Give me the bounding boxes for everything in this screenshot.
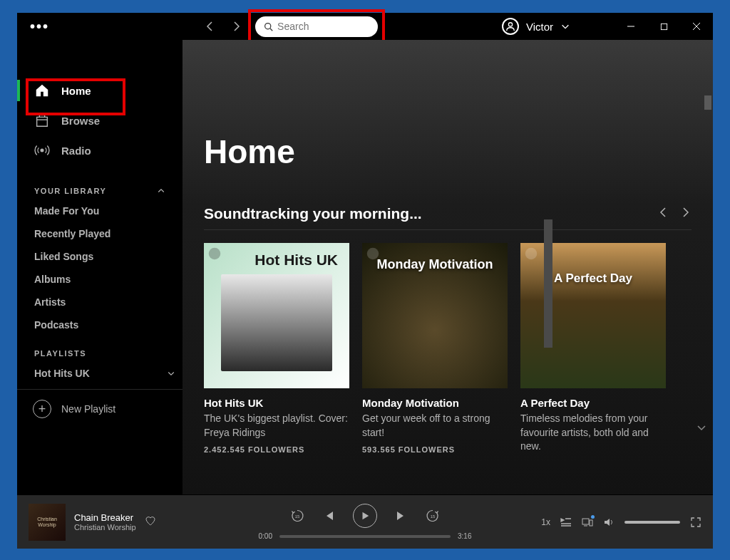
minimize-icon — [627, 22, 635, 31]
chevron-left-icon — [204, 21, 215, 32]
svg-rect-14 — [590, 520, 592, 526]
avatar-icon — [502, 18, 519, 35]
scroll-down-hint[interactable] — [696, 422, 707, 436]
card-title: Hot Hits UK — [204, 397, 349, 409]
svg-text:15: 15 — [431, 514, 435, 519]
nav-forward-button[interactable] — [228, 18, 245, 35]
playlist-art: Monday Motivation — [362, 243, 508, 388]
home-icon — [34, 83, 50, 98]
close-icon — [692, 22, 701, 31]
playback-speed[interactable]: 1x — [541, 517, 550, 527]
chevron-down-icon — [696, 422, 707, 433]
library-item-albums[interactable]: Albums — [17, 268, 182, 291]
previous-button[interactable] — [323, 510, 334, 522]
browse-icon — [34, 113, 50, 128]
new-playlist-label: New Playlist — [61, 403, 115, 415]
elapsed-time: 0:00 — [259, 532, 272, 540]
player-bar: Christian Worship Chain Breaker Christia… — [17, 494, 713, 549]
svg-rect-13 — [582, 519, 589, 524]
forward-15-button[interactable]: 15 — [426, 509, 440, 523]
sidebar: Home Browse Radio YOUR LIBRARY Made For … — [17, 40, 182, 494]
library-item-recentlyplayed[interactable]: Recently Played — [17, 222, 182, 245]
fullscreen-button[interactable] — [690, 517, 701, 528]
card-followers: 2.452.545 FOLLOWERS — [204, 445, 349, 454]
carousel-prev-button[interactable] — [657, 207, 669, 221]
sidebar-item-radio[interactable]: Radio — [17, 135, 182, 165]
track-title[interactable]: Chain Breaker — [74, 512, 136, 523]
close-button[interactable] — [680, 15, 713, 38]
sidebar-item-home[interactable]: Home — [17, 76, 182, 105]
spotify-icon — [208, 247, 221, 260]
svg-point-7 — [41, 149, 43, 152]
page-title: Home — [204, 133, 692, 171]
titlebar: ••• Victor — [17, 13, 713, 40]
heart-icon — [145, 515, 156, 527]
play-button[interactable] — [353, 504, 377, 528]
devices-button[interactable] — [582, 517, 593, 528]
sidebar-item-label: Browse — [61, 115, 100, 127]
user-menu[interactable]: Victor — [502, 18, 570, 35]
like-button[interactable] — [145, 515, 156, 529]
plus-icon: + — [33, 400, 51, 418]
volume-button[interactable] — [603, 517, 615, 528]
queue-button[interactable] — [560, 517, 572, 528]
next-icon — [396, 510, 407, 522]
minimize-button[interactable] — [615, 15, 647, 38]
sidebar-scrollbar[interactable] — [544, 219, 552, 348]
play-icon — [360, 511, 370, 521]
radio-icon — [34, 142, 50, 158]
playlist-art: A Perfect Day — [520, 243, 666, 388]
search-icon — [264, 21, 273, 32]
chevron-up-icon[interactable] — [157, 187, 165, 195]
search-input[interactable] — [277, 21, 369, 32]
app-menu-dots[interactable]: ••• — [30, 19, 49, 35]
next-button[interactable] — [396, 510, 407, 522]
new-playlist-button[interactable]: + New Playlist — [17, 389, 182, 428]
track-artist[interactable]: Christian Worship — [74, 523, 136, 532]
progress-bar[interactable] — [279, 535, 451, 538]
carousel-next-button[interactable] — [680, 207, 692, 221]
card-followers: 593.565 FOLLOWERS — [362, 445, 508, 454]
library-header: YOUR LIBRARY — [17, 174, 182, 199]
volume-slider[interactable] — [624, 521, 680, 524]
chevron-right-icon — [680, 207, 692, 218]
scrollbar-thumb[interactable] — [704, 95, 711, 110]
playlist-card[interactable]: Hot Hits UK Hot Hits UK The UK's biggest… — [204, 243, 349, 460]
sidebar-item-browse[interactable]: Browse — [17, 105, 182, 135]
section-title: Soundtracking your morning... — [204, 205, 422, 222]
card-title: A Perfect Day — [520, 397, 666, 409]
previous-icon — [323, 510, 334, 522]
nav-back-button[interactable] — [201, 18, 218, 35]
sidebar-item-label: Home — [61, 85, 91, 97]
back-15-button[interactable]: 15 — [290, 509, 304, 523]
fullscreen-icon — [690, 517, 701, 528]
playlist-item[interactable]: Hot Hits UK — [17, 362, 182, 385]
library-item-podcasts[interactable]: Podcasts — [17, 313, 182, 336]
library-item-likedsongs[interactable]: Liked Songs — [17, 245, 182, 268]
playlist-card[interactable]: A Perfect Day A Perfect Day Timeless mel… — [520, 243, 666, 460]
card-desc: Timeless melodies from your favourite ar… — [520, 412, 666, 454]
svg-point-8 — [209, 248, 221, 260]
chevron-left-icon — [657, 207, 669, 218]
chevron-down-icon[interactable] — [167, 369, 175, 378]
playlist-card[interactable]: Monday Motivation Monday Motivation Get … — [362, 243, 508, 460]
svg-point-10 — [525, 248, 538, 260]
forward-15-icon: 15 — [426, 509, 440, 523]
playlist-art: Hot Hits UK — [204, 243, 349, 388]
now-playing-art[interactable]: Christian Worship — [29, 504, 66, 541]
notification-dot — [591, 515, 595, 519]
library-item-madeforyou[interactable]: Made For You — [17, 199, 182, 222]
search-input-wrap[interactable] — [255, 16, 378, 37]
svg-point-2 — [508, 23, 512, 26]
volume-icon — [603, 517, 615, 528]
user-name: Victor — [526, 21, 553, 33]
maximize-button[interactable] — [647, 15, 680, 38]
maximize-icon — [660, 23, 668, 31]
playlists-header: PLAYLISTS — [17, 336, 182, 362]
library-item-artists[interactable]: Artists — [17, 291, 182, 313]
chevron-right-icon — [231, 21, 242, 32]
card-desc: The UK's biggest playlist. Cover: Freya … — [204, 412, 349, 440]
svg-rect-4 — [661, 24, 667, 29]
chevron-down-icon — [560, 21, 570, 31]
spotify-window: ••• Victor — [17, 13, 713, 549]
